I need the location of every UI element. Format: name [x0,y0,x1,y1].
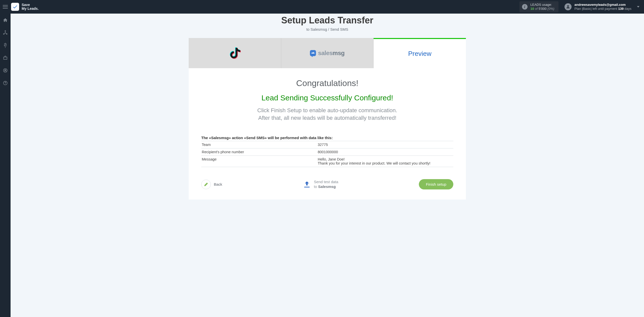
leads-usage-text: LEADS usage: 10 of 5'000 (0%) [531,3,554,11]
hamburger-button[interactable] [0,0,11,14]
sidebar-item-home[interactable] [0,16,11,24]
sidebar-item-billing[interactable] [0,41,11,49]
account-menu[interactable]: andrewsavemyleads@gmail.com Plan |Basic|… [565,3,639,11]
speech-bubble-icon [310,50,316,56]
sidebar-item-account[interactable] [0,66,11,74]
action-sentence: The «Salesmsg» action «Send SMS» will be… [201,136,453,140]
finish-setup-button[interactable]: Finish setup [419,179,453,189]
table-cell-value: 8001000000 [317,148,453,156]
sidebar-item-connections[interactable] [0,29,11,37]
table-cell-label: Message [201,156,317,167]
upload-icon [303,180,311,188]
sidebar-item-toolbox[interactable] [0,54,11,62]
salesmsg-logo: salesmsg [310,50,344,57]
page-subtitle: to Salesmsg / Send SMS [306,27,348,31]
info-icon: i [522,4,528,10]
wizard-footer: Back Send test data to Salesmsg Finish s… [201,179,453,189]
sidebar-item-help[interactable] [0,79,11,87]
table-cell-label: Recipient's phone number [201,148,317,156]
page-title: Setup Leads Transfer [281,15,373,26]
leads-usage-pill[interactable]: i LEADS usage: 10 of 5'000 (0%) [519,1,558,12]
sidebar [0,14,11,317]
help-text: Click Finish Setup to enable auto-update… [201,107,453,122]
table-cell-value: 32775 [317,141,453,148]
back-button[interactable]: Back [201,180,222,189]
table-row: Recipient's phone number8001000000 [201,148,453,156]
wizard-tabs: salesmsg Preview [189,38,466,68]
tab-preview-label: Preview [408,50,431,58]
back-label: Back [214,182,222,186]
tab-source[interactable] [189,38,281,68]
pencil-icon [201,180,211,189]
send-test-label: Send test data to Salesmsg [314,180,338,189]
brand-name: Save My Leads. [22,3,39,11]
brand-logo[interactable]: Save My Leads. [11,3,39,11]
page: Setup Leads Transfer to Salesmsg / Send … [11,14,644,317]
tab-preview[interactable]: Preview [374,38,466,68]
tab-destination[interactable]: salesmsg [281,38,374,68]
topbar: Save My Leads. i LEADS usage: 10 of 5'00… [0,0,644,14]
preview-table: Team32775Recipient's phone number8001000… [201,141,453,167]
avatar-icon [565,3,572,10]
congrats-heading: Congratulations! [201,78,453,88]
table-cell-value: Hello, Jane Doe!Thank you for your inter… [317,156,453,167]
tiktok-icon [228,46,242,61]
card-body: Congratulations! Lead Sending Successful… [189,68,466,200]
success-heading: Lead Sending Successfully Configured! [201,94,453,102]
wizard-card: salesmsg Preview Congratulations! Lead S… [189,38,466,200]
account-text: andrewsavemyleads@gmail.com Plan |Basic|… [575,3,631,11]
send-test-button[interactable]: Send test data to Salesmsg [303,180,338,189]
table-row: MessageHello, Jane Doe!Thank you for you… [201,156,453,167]
table-cell-label: Team [201,141,317,148]
chevron-down-icon [637,6,639,8]
table-row: Team32775 [201,141,453,148]
brand-mark-icon [11,3,19,11]
hamburger-icon [3,7,8,7]
